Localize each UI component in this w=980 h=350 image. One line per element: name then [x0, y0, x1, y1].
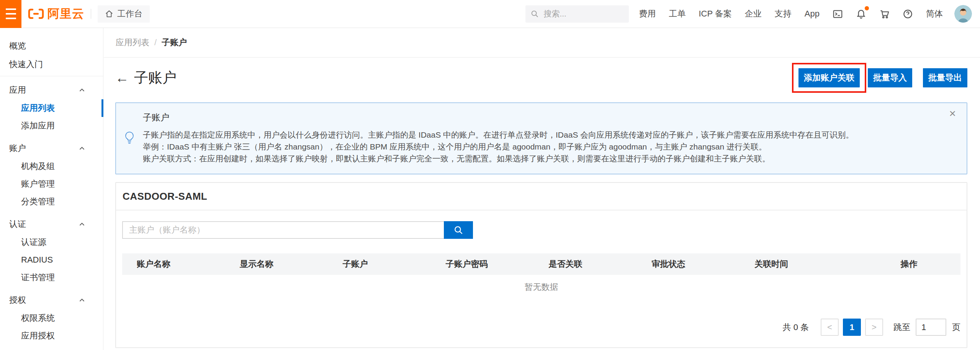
workbench-label: 工作台 — [117, 8, 142, 20]
top-navbar: 阿里云 工作台 费用 工单 ICP 备案 企业 支持 App — [0, 0, 980, 28]
batch-import-button[interactable]: 批量导入 — [868, 68, 912, 87]
column-header-actions: 操作 — [857, 258, 960, 270]
notification-badge-dot — [865, 6, 869, 10]
info-line-1: 子账户指的是在指定应用系统中，用户会以什么身份进行访问。主账户指的是 IDaaS… — [143, 129, 944, 141]
close-icon[interactable]: × — [949, 108, 956, 119]
empty-state: 暂无数据 — [122, 275, 960, 299]
search-icon — [453, 225, 463, 235]
sidebar-section-label: 账户 — [9, 143, 26, 154]
menu-item-support[interactable]: 支持 — [775, 8, 792, 20]
sidebar-item-category-management[interactable]: 分类管理 — [0, 193, 103, 210]
sidebar-item-add-application[interactable]: 添加应用 — [0, 117, 103, 135]
column-header-subaccount-password: 子账户密码 — [446, 258, 549, 270]
sidebar-item-label: 机构及组 — [21, 161, 55, 172]
app-subaccount-card: CASDOOR-SAML 账户名称 显示名称 — [115, 182, 967, 348]
cart-icon[interactable] — [879, 9, 890, 19]
table-header-row: 账户名称 显示名称 子账户 子账户密码 是否关联 审批状态 关联时间 操作 — [122, 253, 960, 275]
pagination: 共 0 条 < 1 > 跳至 页 — [122, 319, 960, 336]
breadcrumb: 应用列表 / 子账户 — [104, 28, 980, 58]
lightbulb-icon — [116, 131, 143, 145]
back-arrow-icon[interactable]: ← — [115, 71, 129, 85]
page-title: 子账户 — [134, 68, 177, 87]
sidebar-section-label: 认证 — [9, 219, 26, 230]
sidebar-item-application-authorization[interactable]: 应用授权 — [0, 327, 103, 345]
app-name-title: CASDOOR-SAML — [123, 191, 207, 202]
annotation-red-box: 添加账户关联 — [792, 63, 866, 93]
sidebar-section-authentication[interactable]: 认证 — [0, 215, 103, 233]
account-search — [122, 221, 960, 239]
sidebar-item-label: 认证源 — [21, 237, 46, 248]
sidebar-item-label: 添加应用 — [21, 120, 55, 131]
card-header: CASDOOR-SAML — [116, 183, 967, 210]
info-line-3: 账户关联方式：在应用创建时，如果选择了账户映射，即默认主账户和子账户完全一致，无… — [143, 153, 944, 164]
menu-item-enterprise[interactable]: 企业 — [745, 8, 762, 20]
total-count: 共 0 条 — [783, 322, 809, 333]
batch-export-button[interactable]: 批量导出 — [923, 68, 967, 87]
home-icon — [105, 10, 113, 18]
sidebar-section-label: 授权 — [9, 294, 26, 306]
jump-to-label: 跳至 — [893, 322, 910, 333]
menu-item-tickets[interactable]: 工单 — [669, 8, 686, 20]
hamburger-menu-icon[interactable] — [0, 0, 21, 28]
sidebar-item-overview[interactable]: 概览 — [0, 37, 103, 55]
chevron-up-icon — [78, 144, 86, 153]
next-page-button[interactable]: > — [865, 319, 883, 336]
page-jump-input[interactable] — [916, 319, 946, 336]
sidebar-item-label: 概览 — [9, 40, 26, 52]
breadcrumb-separator: / — [154, 38, 157, 48]
search-icon — [530, 10, 539, 18]
cloudshell-terminal-icon[interactable] — [833, 9, 843, 19]
sidebar-section-application[interactable]: 应用 — [0, 81, 103, 99]
sidebar-item-certificate-management[interactable]: 证书管理 — [0, 269, 103, 286]
help-icon[interactable] — [903, 9, 913, 19]
breadcrumb-current: 子账户 — [162, 37, 187, 48]
navbar-menu: 费用 工单 ICP 备案 企业 支持 App — [639, 8, 943, 20]
sidebar-item-org-groups[interactable]: 机构及组 — [0, 158, 103, 175]
add-account-link-button[interactable]: 添加账户关联 — [798, 68, 860, 87]
primary-account-search-input[interactable] — [122, 221, 444, 239]
column-header-display-name: 显示名称 — [240, 258, 343, 270]
user-avatar[interactable] — [954, 5, 972, 23]
sidebar-item-auth-sources[interactable]: 认证源 — [0, 233, 103, 251]
aliyun-logo-text: 阿里云 — [47, 6, 84, 22]
sidebar-item-label: 分类管理 — [21, 196, 55, 207]
prev-page-button[interactable]: < — [821, 319, 839, 336]
column-header-subaccount: 子账户 — [343, 258, 446, 270]
menu-item-app[interactable]: App — [805, 9, 820, 19]
sidebar-item-label: 权限系统 — [21, 312, 55, 324]
menu-item-billing[interactable]: 费用 — [639, 8, 656, 20]
menu-item-icp[interactable]: ICP 备案 — [699, 8, 731, 20]
navbar-divider — [91, 9, 91, 19]
global-search — [525, 5, 629, 23]
sidebar-item-permission-systems[interactable]: 权限系统 — [0, 309, 103, 327]
sidebar-section-label: 应用 — [9, 84, 26, 96]
sidebar-item-application-list[interactable]: 应用列表 — [0, 99, 103, 117]
column-header-approval-status: 审批状态 — [651, 258, 754, 270]
info-banner-title: 子账户 — [143, 112, 944, 123]
sidebar-item-account-management[interactable]: 账户管理 — [0, 175, 103, 193]
sidebar-item-label: 应用列表 — [21, 102, 55, 114]
info-banner-text: 子账户 子账户指的是在指定应用系统中，用户会以什么身份进行访问。主账户指的是 I… — [143, 112, 944, 164]
page-unit-label: 页 — [952, 322, 960, 333]
chevron-up-icon — [78, 86, 86, 94]
sidebar: 概览 快速入门 应用 应用列表 添加应用 账户 机构及组 账户管理 分类管理 认… — [0, 28, 103, 350]
sidebar-item-label: 快速入门 — [9, 59, 43, 70]
notifications-bell-icon[interactable] — [856, 9, 866, 19]
main-content: 应用列表 / 子账户 ← 子账户 添加账户关联 批量导入 批量导出 — [104, 28, 980, 350]
column-header-link-time: 关联时间 — [754, 258, 857, 270]
sidebar-item-quickstart[interactable]: 快速入门 — [0, 55, 103, 74]
language-selector[interactable]: 简体 — [926, 8, 943, 20]
search-button[interactable] — [444, 221, 473, 239]
sidebar-divider — [0, 76, 103, 76]
breadcrumb-parent-link[interactable]: 应用列表 — [116, 37, 149, 48]
sidebar-section-account[interactable]: 账户 — [0, 139, 103, 158]
sidebar-item-radius[interactable]: RADIUS — [0, 251, 103, 269]
workbench-button[interactable]: 工作台 — [98, 5, 150, 23]
aliyun-logo[interactable]: 阿里云 — [28, 6, 84, 22]
global-search-input[interactable] — [543, 9, 624, 19]
sidebar-section-authorization[interactable]: 授权 — [0, 291, 103, 309]
page-1-button[interactable]: 1 — [843, 319, 861, 336]
aliyun-logo-icon — [28, 8, 44, 19]
sidebar-item-label: 应用授权 — [21, 330, 55, 342]
column-header-linked: 是否关联 — [549, 258, 652, 270]
